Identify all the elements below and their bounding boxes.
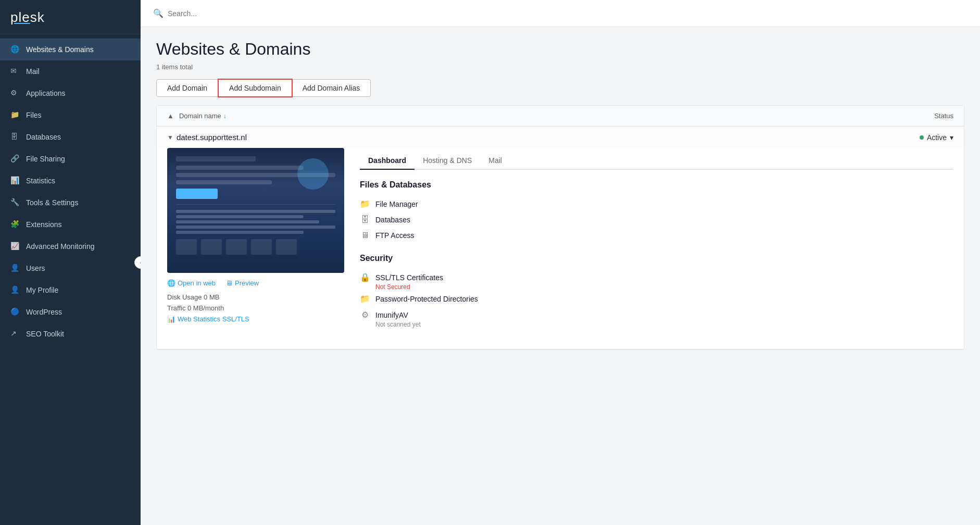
panel-tabs: DashboardHosting & DNSMail: [360, 152, 953, 170]
files-databases-section: Files & Databases 📁 File Manager 🗄 Datab…: [360, 180, 953, 243]
file-manager-item[interactable]: 📁 File Manager: [360, 196, 953, 212]
password-protected-dirs-item[interactable]: 📁 Password-Protected Directories: [360, 291, 953, 307]
sidebar-item-mail[interactable]: ✉ Mail: [0, 60, 141, 82]
databases-icon: 🗄: [360, 215, 370, 224]
sidebar-item-label: Statistics: [26, 177, 55, 185]
preview-icon: 🖥: [226, 279, 233, 287]
files-databases-title: Files & Databases: [360, 180, 953, 190]
domain-name: ▼ datest.supporttest.nl: [167, 133, 891, 142]
globe-icon: 🌐: [167, 279, 175, 287]
lock-icon: 🔒: [360, 272, 370, 282]
logo: plesk: [0, 0, 141, 34]
sidebar-item-seo-toolkit[interactable]: ↗ SEO Toolkit: [0, 323, 141, 345]
sidebar-item-extensions[interactable]: 🧩 Extensions: [0, 214, 141, 235]
file-manager-icon: 📁: [360, 199, 370, 209]
sidebar-item-websites-domains[interactable]: 🌐 Websites & Domains: [0, 39, 141, 60]
mail-icon: ✉: [10, 67, 20, 76]
sidebar-item-label: Users: [26, 264, 45, 272]
sidebar-item-label: Databases: [26, 133, 61, 141]
sidebar-item-label: Applications: [26, 89, 66, 97]
domain-panel: DashboardHosting & DNSMail Files & Datab…: [360, 148, 953, 339]
applications-icon: ⚙: [10, 89, 20, 98]
sidebar-item-label: WordPress: [26, 308, 62, 316]
security-title: Security: [360, 254, 953, 263]
items-count: 1 items total: [156, 63, 964, 71]
sidebar-item-wordpress[interactable]: 🔵 WordPress: [0, 301, 141, 323]
website-screenshot: [167, 148, 344, 273]
sidebar-item-my-profile[interactable]: 👤 My Profile: [0, 279, 141, 301]
domains-section: ▲ Domain name ↓ Status ▼ datest.supportt…: [156, 105, 964, 350]
sidebar-item-label: SEO Toolkit: [26, 330, 64, 338]
ftp-icon: 🖥: [360, 231, 370, 240]
col-domain-name: ▲ Domain name ↓: [167, 112, 891, 120]
ftp-access-item[interactable]: 🖥 FTP Access: [360, 228, 953, 243]
sidebar-item-statistics[interactable]: 📊 Statistics: [0, 170, 141, 192]
sidebar: plesk 🌐 Websites & Domains ✉ Mail ⚙ Appl…: [0, 0, 141, 525]
websites-domains-icon: 🌐: [10, 45, 20, 54]
sidebar-item-databases[interactable]: 🗄 Databases: [0, 126, 141, 148]
seo-toolkit-icon: ↗: [10, 329, 20, 339]
sidebar-item-label: My Profile: [26, 286, 58, 294]
sidebar-item-files[interactable]: 📁 Files: [0, 104, 141, 126]
add-domain-alias-button[interactable]: Add Domain Alias: [292, 79, 371, 97]
sidebar-item-label: Websites & Domains: [26, 45, 94, 54]
add-subdomain-button[interactable]: Add Subdomain: [218, 79, 293, 97]
chart-icon: 📊: [167, 315, 175, 323]
imunify-status: Not scanned yet: [375, 321, 953, 328]
expand-icon[interactable]: ▲: [167, 112, 174, 120]
domain-row: ▼ datest.supporttest.nl Active ▾: [157, 127, 964, 349]
status-dot: [920, 135, 924, 140]
action-buttons: Add Domain Add Subdomain Add Domain Alia…: [156, 79, 964, 97]
file-sharing-icon: 🔗: [10, 154, 20, 164]
search-input[interactable]: [168, 9, 324, 18]
sidebar-item-file-sharing[interactable]: 🔗 File Sharing: [0, 148, 141, 170]
databases-item[interactable]: 🗄 Databases: [360, 212, 953, 228]
sidebar-item-advanced-monitoring[interactable]: 📈 Advanced Monitoring: [0, 235, 141, 257]
sort-icon[interactable]: ↓: [223, 113, 227, 120]
sidebar-item-label: Files: [26, 111, 42, 119]
users-icon: 👤: [10, 264, 20, 273]
domain-meta: Disk Usage 0 MB Traffic 0 MB/month: [167, 293, 344, 323]
sidebar-item-label: Advanced Monitoring: [26, 242, 95, 251]
imunify-icon: ⚙: [360, 310, 370, 320]
sidebar-item-label: File Sharing: [26, 155, 65, 163]
collapse-domain-icon[interactable]: ▼: [167, 134, 173, 141]
sidebar-nav: 🌐 Websites & Domains ✉ Mail ⚙ Applicatio…: [0, 34, 141, 525]
sidebar-item-tools-settings[interactable]: 🔧 Tools & Settings: [0, 192, 141, 214]
extensions-icon: 🧩: [10, 220, 20, 229]
sidebar-item-applications[interactable]: ⚙ Applications: [0, 82, 141, 104]
domain-row-header: ▼ datest.supporttest.nl Active ▾: [157, 127, 964, 148]
my-profile-icon: 👤: [10, 285, 20, 295]
sidebar-item-label: Extensions: [26, 220, 61, 229]
domain-actions: 🌐 Open in web 🖥 Preview: [167, 279, 344, 287]
files-icon: 📁: [10, 110, 20, 120]
tools-settings-icon: 🔧: [10, 198, 20, 207]
sidebar-item-label: Mail: [26, 67, 40, 76]
domain-preview-panel: 🌐 Open in web 🖥 Preview Disk Usage: [167, 148, 344, 339]
domain-details: 🌐 Open in web 🖥 Preview Disk Usage: [157, 148, 964, 349]
preview-link[interactable]: 🖥 Preview: [226, 279, 259, 287]
sidebar-item-users[interactable]: 👤 Users: [0, 257, 141, 279]
security-section: Security 🔒 SSL/TLS Certificates Not Secu…: [360, 254, 953, 328]
topbar: 🔍: [141, 0, 980, 27]
open-in-web-link[interactable]: 🌐 Open in web: [167, 279, 216, 287]
domain-list-header: ▲ Domain name ↓ Status: [157, 106, 964, 127]
folder-lock-icon: 📁: [360, 294, 370, 304]
domain-status[interactable]: Active ▾: [891, 133, 953, 142]
tab-hosting-dns[interactable]: Hosting & DNS: [414, 152, 480, 170]
wordpress-icon: 🔵: [10, 307, 20, 317]
page-header: Websites & Domains 1 items total Add Dom…: [141, 27, 980, 105]
sidebar-item-label: Tools & Settings: [26, 198, 78, 207]
statistics-icon: 📊: [10, 176, 20, 185]
web-stats-link[interactable]: 📊 Web Statistics SSL/TLS: [167, 315, 344, 323]
content-area: Websites & Domains 1 items total Add Dom…: [141, 27, 980, 525]
advanced-monitoring-icon: 📈: [10, 242, 20, 251]
tab-mail[interactable]: Mail: [480, 152, 510, 170]
ssl-status: Not Secured: [375, 283, 953, 291]
add-domain-button[interactable]: Add Domain: [156, 79, 218, 97]
tab-dashboard[interactable]: Dashboard: [360, 152, 414, 170]
main-content: 🔍 Websites & Domains 1 items total Add D…: [141, 0, 980, 525]
page-title: Websites & Domains: [156, 40, 964, 59]
col-status: Status: [891, 112, 953, 120]
search-icon: 🔍: [153, 8, 164, 18]
